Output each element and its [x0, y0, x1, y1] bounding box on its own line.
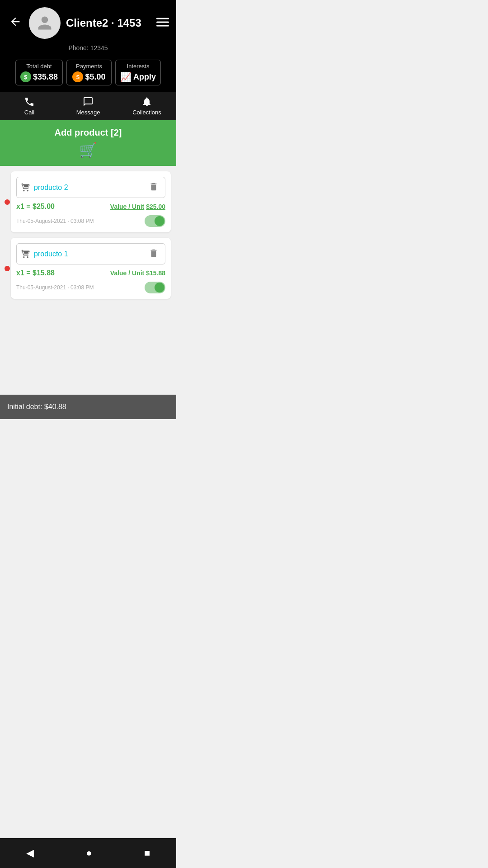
payments-card: Payments $ $5.00	[66, 60, 112, 85]
total-debt-value: $ $35.88	[20, 71, 58, 82]
message-icon	[83, 96, 94, 107]
cart-icon-1	[21, 250, 30, 259]
product-qty-1: x1 = $15.88	[16, 269, 55, 277]
product-title-row-0: producto 2	[21, 183, 68, 192]
products-list: producto 2 x1 = $25.00 Value / Unit $25.…	[0, 166, 176, 304]
trash-icon-0	[149, 182, 159, 192]
trash-icon-1	[149, 248, 159, 258]
call-button[interactable]: Call	[0, 92, 59, 120]
product-mid-row-1: x1 = $15.88 Value / Unit $15.88	[16, 269, 165, 277]
phone-icon	[24, 96, 35, 107]
dollar-orange-icon: $	[72, 71, 83, 82]
add-product-button[interactable]: Add product [2] 🛒	[0, 120, 176, 166]
payments-label: Payments	[71, 63, 107, 70]
product-dot-0	[5, 199, 10, 205]
product-card-1: producto 1 x1 = $15.88 Value / Unit $15.…	[11, 238, 171, 299]
client-info: Cliente2 · 1453	[66, 17, 141, 29]
avatar	[29, 7, 61, 39]
header: Cliente2 · 1453	[0, 0, 176, 44]
product-header-1: producto 1	[16, 243, 165, 264]
total-debt-label: Total debt	[20, 63, 58, 70]
stats-row: Total debt $ $35.88 Payments $ $5.00 Int…	[0, 56, 176, 92]
product-dot-1	[5, 266, 10, 271]
payments-value: $ $5.00	[71, 71, 107, 82]
product-toggle-1[interactable]	[145, 282, 165, 293]
delete-button-0[interactable]	[147, 180, 160, 195]
product-header-0: producto 2	[16, 177, 165, 198]
initial-debt-bar: Initial debt: $40.88	[0, 395, 176, 419]
product-footer-0: Thu-05-August-2021 · 03:08 PM	[16, 215, 165, 227]
product-toggle-0[interactable]	[145, 215, 165, 227]
dollar-green-icon: $	[20, 71, 31, 82]
interests-card[interactable]: Interests 📈 Apply	[115, 60, 161, 85]
message-button[interactable]: Message	[59, 92, 117, 120]
bell-icon	[141, 96, 152, 107]
product-card-0: producto 2 x1 = $25.00 Value / Unit $25.…	[11, 171, 171, 232]
cart-icon-0	[21, 183, 30, 192]
client-name: Cliente2 · 1453	[66, 17, 141, 29]
add-product-label: Add product [2]	[55, 127, 122, 138]
cart-icon-large: 🛒	[79, 142, 97, 159]
interests-label: Interests	[120, 63, 156, 70]
action-bar: Call Message Collections	[0, 92, 176, 120]
product-date-0: Thu-05-August-2021 · 03:08 PM	[16, 218, 94, 224]
total-debt-card: Total debt $ $35.88	[15, 60, 63, 85]
product-value-0: Value / Unit $25.00	[110, 203, 165, 210]
product-qty-0: x1 = $25.00	[16, 203, 55, 211]
back-button[interactable]	[7, 14, 23, 33]
product-date-1: Thu-05-August-2021 · 03:08 PM	[16, 284, 94, 291]
product-footer-1: Thu-05-August-2021 · 03:08 PM	[16, 282, 165, 293]
product-mid-row-0: x1 = $25.00 Value / Unit $25.00	[16, 203, 165, 211]
product-name-1: producto 1	[34, 250, 68, 258]
spacer	[0, 304, 176, 395]
phone-row: Phone: 12345	[0, 44, 176, 56]
collections-button[interactable]: Collections	[117, 92, 176, 120]
product-title-row-1: producto 1	[21, 250, 68, 259]
trend-icon: 📈	[120, 71, 131, 82]
delete-button-1[interactable]	[147, 246, 160, 261]
interests-value: 📈 Apply	[120, 71, 156, 82]
product-value-1: Value / Unit $15.88	[110, 269, 165, 277]
menu-button[interactable]	[156, 18, 169, 27]
product-name-0: producto 2	[34, 184, 68, 192]
